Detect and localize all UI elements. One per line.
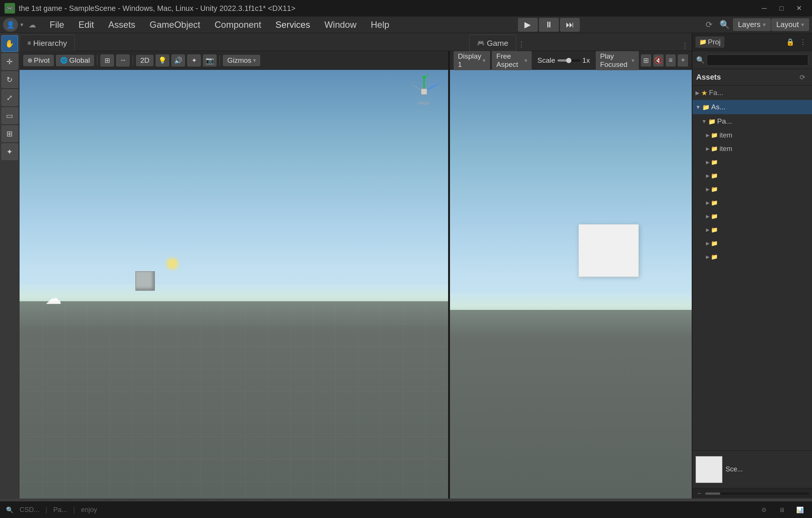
pa-folder-icon: 📁 <box>708 118 716 125</box>
sky-upper <box>20 70 448 301</box>
close-btn[interactable]: ✕ <box>790 2 807 14</box>
menu-icon-account[interactable]: 👤 <box>3 18 18 32</box>
asset-thumbnail[interactable] <box>695 456 723 483</box>
pivot-toggle[interactable]: ⊕ Pivot <box>23 55 54 66</box>
scale-value: 1x <box>582 56 590 65</box>
status-icon-1[interactable]: ⚙ <box>758 505 770 515</box>
scene-cam-btn[interactable]: 📷 <box>203 54 217 66</box>
search-btn[interactable]: 🔍 <box>717 18 732 32</box>
list-item[interactable]: ▶ 📁 <box>692 223 812 237</box>
2d-toggle[interactable]: 2D <box>136 55 153 66</box>
list-item[interactable]: ▶ 📁 item <box>692 128 812 142</box>
game-tab-menu[interactable]: ⋮ <box>516 39 527 50</box>
pause-button[interactable]: ⏸ <box>539 18 559 32</box>
scale-slider[interactable] <box>557 59 580 62</box>
game-maximize-btn[interactable]: ⊞ <box>641 54 651 66</box>
list-item[interactable]: ▶ 📁 <box>692 250 812 264</box>
minimize-btn[interactable]: ─ <box>756 2 773 14</box>
tool-rect[interactable]: ▭ <box>2 107 18 124</box>
svg-text:<Right: <Right <box>417 101 429 105</box>
menu-item-file[interactable]: File <box>43 17 71 32</box>
game-viewport-toolbar: Display 1 ▾ Free Aspect ▾ Scale <box>450 51 692 70</box>
aspect-ratio-select[interactable]: Free Aspect ▾ <box>492 51 531 70</box>
step-button[interactable]: ⏭ <box>560 18 580 32</box>
favorites-row[interactable]: ▶ ★ Fa... <box>692 86 812 100</box>
menu-item-window[interactable]: Window <box>318 17 363 32</box>
tool-hand[interactable]: ✋ <box>2 35 18 52</box>
history-btn[interactable]: ⟳ <box>701 18 717 32</box>
scene-tab-menu[interactable]: ⋮ <box>680 40 690 51</box>
tool-move[interactable]: ✛ <box>2 53 18 70</box>
status-icon-3[interactable]: 📊 <box>794 505 806 515</box>
play-button[interactable]: ▶ <box>518 18 538 32</box>
panel-menu-icon[interactable]: ⋮ <box>797 37 809 47</box>
play-focused-label: Play Focused <box>600 52 630 69</box>
scene-gizmo: Y Z <Right <box>406 74 442 110</box>
maximize-btn[interactable]: □ <box>773 2 790 14</box>
list-item[interactable]: ▶ 📁 <box>692 183 812 196</box>
menu-item-assets[interactable]: Assets <box>102 17 142 32</box>
tool-transform[interactable]: ⊞ <box>2 125 18 142</box>
menu-item-gameobject[interactable]: GameObject <box>143 17 207 32</box>
scene-viewport[interactable]: ⊕ Pivot 🌐 Global ⊞ ↔ 2D 💡 🔊 <box>20 51 448 498</box>
right-scrollbar[interactable]: − <box>692 488 812 498</box>
tool-scale[interactable]: ⤢ <box>2 89 18 106</box>
list-item[interactable]: ▶ 📁 <box>692 237 812 250</box>
menu-item-help[interactable]: Help <box>364 17 396 32</box>
scene-label: Sce... <box>726 465 743 473</box>
assets-folder-icon: 📁 <box>702 104 710 111</box>
assets-row[interactable]: ▼ 📁 As... <box>692 100 812 114</box>
inspector-search-input[interactable] <box>710 56 805 64</box>
layout-dropdown[interactable]: Layout ▾ <box>771 18 809 31</box>
scroll-minus[interactable]: − <box>695 490 703 497</box>
inspector-search-box[interactable] <box>707 54 808 66</box>
play-focused-btn[interactable]: Play Focused ▾ <box>596 51 639 70</box>
btn-proj[interactable]: 📁 Proj <box>695 36 724 48</box>
status-divider2: | <box>73 506 75 514</box>
proj-label: Proj <box>708 38 721 46</box>
status-divider1: | <box>45 506 47 514</box>
snap-inc-btn[interactable]: ↔ <box>116 54 130 66</box>
snap-btn[interactable]: ⊞ <box>100 54 114 66</box>
menu-item-edit[interactable]: Edit <box>72 17 101 32</box>
scene-cloud: ☁ <box>45 288 62 308</box>
pa-row[interactable]: ▼ 📁 Pa... <box>692 114 812 128</box>
list-item[interactable]: ▶ 📁 <box>692 196 812 210</box>
main-content: ✋ ✛ ↻ ⤢ ▭ ⊞ ✦ ⊞ Scene ⋮ ⊕ P <box>0 33 812 498</box>
status-icon-2[interactable]: 🖥 <box>776 505 788 515</box>
list-item[interactable]: ▶ 📁 <box>692 169 812 183</box>
titlebar: 🎮 the 1st game - SampleScene - Windows, … <box>0 0 812 17</box>
layers-dropdown[interactable]: Layers ▾ <box>733 18 771 31</box>
menu-icon-cloud[interactable]: ☁ <box>26 19 39 31</box>
game-viewport[interactable]: Display 1 ▾ Free Aspect ▾ Scale <box>449 51 692 498</box>
game-sky-upper <box>450 70 692 310</box>
audio-btn[interactable]: 🔊 <box>171 54 185 66</box>
menu-item-component[interactable]: Component <box>208 17 268 32</box>
game-mute-btn[interactable]: 🔇 <box>653 54 664 66</box>
game-display-select[interactable]: Display 1 ▾ <box>454 51 490 70</box>
gizmos-btn[interactable]: Gizmos ▾ <box>223 55 260 66</box>
btn-panel-icons[interactable]: 🔒 ⋮ <box>784 37 809 47</box>
asset-items-container: ▶ 📁 item ▶ 📁 item ▶ 📁 ▶ 📁 <box>692 128 812 450</box>
item-label: item <box>720 145 732 153</box>
statusbar: 🔍 CSD... | Pa... | enjoy ⚙ 🖥 📊 <box>0 501 812 518</box>
scrollbar-track[interactable] <box>705 492 809 495</box>
tab-game[interactable]: 🎮 Game <box>469 35 516 51</box>
menu-item-services[interactable]: Services <box>269 17 317 32</box>
pivot-icon: ⊕ <box>27 57 32 64</box>
list-item[interactable]: ▶ 📁 item <box>692 142 812 156</box>
game-gizmos-btn[interactable]: + <box>678 54 688 66</box>
scale-dot <box>566 58 571 63</box>
tool-rotate[interactable]: ↻ <box>2 71 18 88</box>
game-stats-btn[interactable]: ≡ <box>666 54 676 66</box>
global-toggle[interactable]: 🌐 Global <box>56 55 94 66</box>
tab-hierarchy[interactable]: ≡ Hierarchy <box>20 35 75 51</box>
list-item[interactable]: ▶ 📁 <box>692 156 812 169</box>
assets-refresh-btn[interactable]: ⟳ <box>796 72 808 83</box>
effects-btn[interactable]: ✦ <box>187 54 201 66</box>
light-btn[interactable]: 💡 <box>156 54 169 66</box>
lock-icon[interactable]: 🔒 <box>784 37 796 47</box>
tool-custom[interactable]: ✦ <box>2 143 18 160</box>
list-item[interactable]: ▶ 📁 <box>692 210 812 223</box>
star-icon: ★ <box>701 89 707 97</box>
